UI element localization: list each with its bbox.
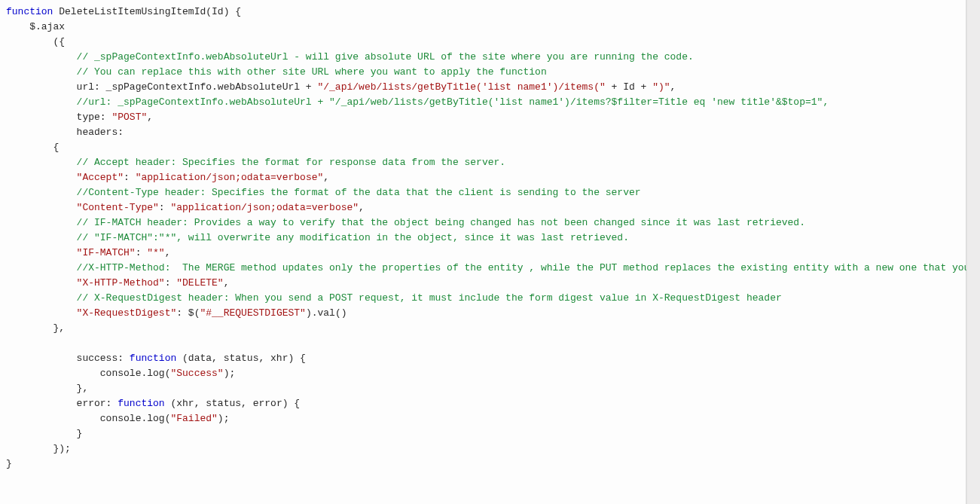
comment: // X-RequestDigest header: When you send… [6,292,793,304]
string: "POST" [111,111,147,123]
string: "Accept" [6,172,124,183]
comment: //url: _spPageContextInfo.webAbsoluteUrl… [6,96,829,108]
string: "application/json;odata=verbose" [136,172,324,183]
code-text: headers: [6,127,136,138]
string: "X-RequestDigest" [6,307,176,319]
vertical-scrollbar[interactable] [966,0,980,504]
keyword-function: function [130,353,176,364]
code-text: , [147,111,164,123]
code-text: console.log( [6,368,170,379]
string: "Failed" [170,413,217,424]
code-text: (xhr, status, error) { [165,398,312,409]
code-content: function DeleteListItemUsingItemId(Id) {… [6,5,960,472]
code-text: ); [218,413,241,424]
keyword-function: function [118,398,164,409]
code-text: } [6,428,94,439]
string: "Success" [170,368,223,379]
string: ")" [652,81,670,93]
code-text: ); [224,368,247,379]
code-text: url: _spPageContextInfo.webAbsoluteUrl + [6,81,317,93]
keyword-function: function [6,6,53,17]
code-text: (data, status, xhr) { [176,353,317,364]
string: "/_api/web/lists/getByTitle('list name1'… [317,81,605,93]
code-text: console.log( [6,413,170,424]
comment: //X-HTTP-Method: The MERGE method update… [6,262,980,273]
code-text: }, [6,383,100,394]
code-text: + Id + [606,81,652,93]
string: "DELETE" [176,277,223,289]
string: "application/json;odata=verbose" [170,202,359,213]
code-text: DeleteListItemUsingItemId(Id) { [53,6,241,17]
code-text: type: [6,111,111,123]
code-text: error: [6,398,118,409]
code-text: { [6,142,71,153]
code-text: $.ajax [6,21,65,32]
code-text: , [359,202,376,213]
string: "*" [147,247,164,258]
code-text: : [124,172,136,183]
comment: // Accept header: Specifies the format f… [6,157,517,168]
string: "IF-MATCH" [6,247,136,258]
code-block: function DeleteListItemUsingItemId(Id) {… [0,0,966,504]
code-text: , [323,172,340,183]
code-text: : [136,247,148,258]
code-text: } [6,458,23,469]
code-text: : [165,277,177,289]
comment: // You can replace this with other site … [6,66,553,78]
string: "X-HTTP-Method" [6,277,165,289]
code-text: , [165,247,182,258]
code-text: , [670,81,688,93]
code-text: : $( [176,307,200,319]
comment: // IF-MATCH header: Provides a way to ve… [6,217,817,228]
code-text: ).val() [306,307,359,319]
code-text: }); [6,443,82,454]
string: "#__REQUESTDIGEST" [200,307,305,319]
code-text: ({ [6,36,65,47]
comment: //Content-Type header: Specifies the for… [6,187,652,198]
code-text: }, [6,322,77,334]
code-text: success: [6,353,130,364]
string: "Content-Type" [6,202,159,213]
code-text: , [224,277,241,289]
comment: // "IF-MATCH":"*", will overwrite any mo… [6,232,641,243]
comment: // _spPageContextInfo.webAbsoluteUrl - w… [6,51,700,63]
code-text: : [159,202,171,213]
